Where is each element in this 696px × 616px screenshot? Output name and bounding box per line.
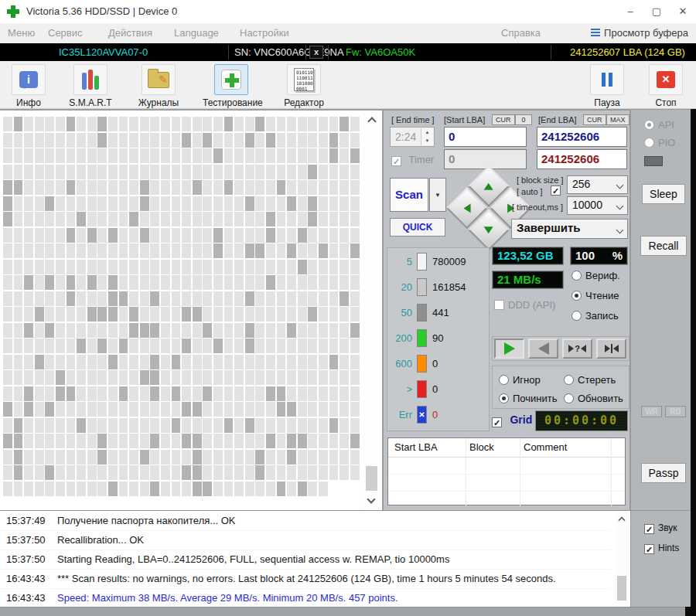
scroll-up-icon[interactable] [618,516,625,523]
action-remap-radio[interactable]: Починить [499,391,558,405]
smart-button[interactable]: S.M.A.R.T [62,64,119,108]
logs-button[interactable]: ✎ Журналы [130,64,187,108]
scan-block [67,482,76,496]
mode-read-radio[interactable]: Чтение [571,288,619,302]
scan-block [35,212,44,226]
log-scrollbar[interactable] [616,512,628,606]
scan-block [193,180,202,195]
mode-write-radio[interactable]: Запись [571,308,619,322]
timeout-select[interactable]: 10000 [567,196,628,215]
scroll-up-icon[interactable] [367,117,376,125]
scan-block [56,434,65,448]
scan-block [56,212,65,226]
end-lba-alt-input[interactable]: 241252606 [537,149,627,169]
scan-block [339,260,349,274]
rewind-button[interactable] [528,339,558,359]
play-icon [504,342,515,355]
scan-block [287,465,296,480]
menu-item-2[interactable]: Действия [108,27,152,39]
scan-block [234,370,244,385]
scan-block [161,323,170,338]
scan-block [119,165,128,179]
grid-checkbox[interactable]: ✓ [492,414,502,427]
end-lba-cur-button[interactable]: CUR [583,114,606,125]
timer-value-input[interactable]: 0 [444,149,527,169]
pio-radio[interactable]: PIO [644,135,675,149]
scan-block [277,196,286,211]
spinner-arrows-icon[interactable]: ▲▼ [421,128,433,145]
end-time-spinner[interactable]: 2:24 ▲▼ [390,127,435,147]
scan-block [245,465,254,480]
pause-button[interactable]: Пауза [578,64,636,108]
menu-item-4[interactable]: Настройки [240,27,289,39]
editor-button[interactable]: 0101101100111010000001 Редактор [275,64,333,108]
close-button[interactable]: ✕ [670,0,696,23]
menu-item-3[interactable]: Language [174,27,219,39]
grid-scrollbar[interactable] [364,112,379,509]
scan-block [24,434,33,448]
log-row: 15:37:50Recallibration... OK [0,531,611,550]
menu-item-1[interactable]: Сервис [48,27,83,39]
scan-block [67,180,76,195]
scan-button[interactable]: Scan [390,178,428,212]
after-scan-action-select[interactable]: Завершить [511,219,628,239]
scan-block [24,402,33,417]
block-size-select[interactable]: 256 [567,175,628,194]
scan-block [45,418,54,433]
sound-checkbox[interactable]: ✓Звук [644,520,677,534]
grid-scrollbar-thumb[interactable] [366,466,377,491]
start-lba-cur-button[interactable]: CUR [492,114,515,125]
auto-checkbox[interactable]: ✓ [551,185,561,196]
start-lba-input[interactable]: 0 [444,127,527,147]
info-button[interactable]: i Инфо [0,64,57,108]
end-lba-input[interactable]: 241252606 [537,127,627,147]
end-lba-max-button[interactable]: MAX [606,114,629,125]
device-tab-close-button[interactable]: x [309,46,323,59]
play-button[interactable] [494,339,524,359]
hints-checkbox[interactable]: ✓Hints [644,540,679,554]
scan-block [3,307,12,322]
recall-button[interactable]: Recall [640,236,687,256]
action-erase-radio[interactable]: Стереть [564,373,616,386]
scan-block [193,307,202,322]
ddd-api-checkbox[interactable]: DDD (API) [494,298,555,311]
seek-end-button[interactable] [596,339,626,359]
scan-block [203,133,212,148]
wr-button[interactable]: WR [641,406,662,417]
api-radio[interactable]: API [644,117,674,131]
start-lba-zero-button[interactable]: 0 [515,114,532,125]
drive-model[interactable]: IC35L120AVVA07-0 [59,46,148,58]
passport-button[interactable]: Passp [641,463,686,483]
scroll-down-icon[interactable] [367,495,375,503]
scan-block [56,291,65,306]
log-scrollbar-thumb[interactable] [617,576,626,601]
maximize-button[interactable]: ▢ [643,0,670,23]
action-refresh-radio[interactable]: Обновить [564,391,623,405]
menu-item-5[interactable]: Справка [501,27,541,39]
quick-button[interactable]: QUICK [390,218,445,237]
scan-block [203,482,212,496]
test-button[interactable]: Тестирование [203,64,260,108]
menu-item-buffer-view[interactable]: Просмотр буфера [591,27,688,39]
scan-block [329,307,339,322]
scan-block [24,418,33,433]
timer-checkbox[interactable]: ✓ Timer [391,152,434,166]
menu-item-0[interactable]: Меню [8,27,35,39]
scan-block [161,386,170,401]
scan-block [287,148,296,163]
rd-button[interactable]: RD [665,406,686,417]
scan-block [140,418,149,433]
minimize-button[interactable]: – [617,0,643,23]
stop-button[interactable]: ✕ Стоп [637,64,694,108]
scan-dropdown-button[interactable]: ▼ [429,178,446,212]
sleep-button[interactable]: Sleep [642,184,685,204]
log-panel[interactable]: 15:37:49Получение паспорта накопителя...… [0,510,630,607]
scan-block [329,260,339,274]
scan-block [266,212,275,226]
seek-question-button[interactable]: ? [562,339,592,359]
defect-table[interactable]: Start LBA Block Comment [387,437,626,505]
menu-bar: МенюСервисДействияLanguageНастройкиСправ… [0,23,696,43]
action-ignore-radio[interactable]: Игнор [499,373,541,386]
mode-verify-radio[interactable]: Вериф. [571,268,620,282]
speed-tier-stats: 57800092016185450441200906000>0Err✕0 [387,247,490,431]
